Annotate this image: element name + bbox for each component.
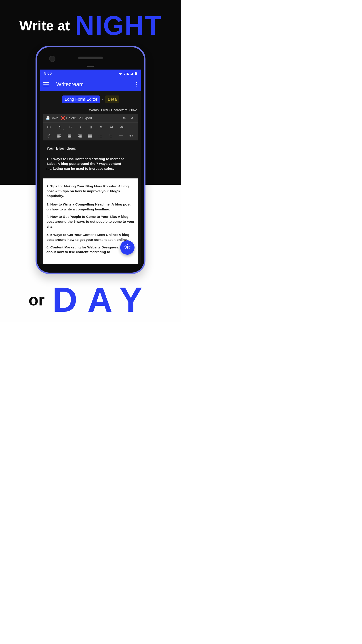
paragraph-format-dropdown[interactable]: ¶: [55, 123, 64, 131]
chip-beta: Beta: [105, 96, 119, 103]
idea-item: 4. How to Get People to Come to Your Sit…: [46, 214, 134, 229]
delete-icon: ❌: [61, 116, 65, 120]
link-button[interactable]: [45, 132, 53, 140]
doc-stats: Words: 1139 • Characters: 6062: [40, 108, 141, 114]
chip-row: Long Form Editor - Beta: [40, 96, 141, 103]
subscript-button[interactable]: A2: [117, 123, 126, 131]
chars-value: 6062: [129, 108, 137, 112]
align-right-button[interactable]: [75, 132, 84, 140]
marketing-headline-bottom: or DAY: [0, 280, 181, 320]
chip-long-form-editor[interactable]: Long Form Editor: [62, 96, 100, 103]
headline-bottom-white: or: [28, 291, 45, 309]
svg-rect-3: [100, 136, 102, 136]
export-button[interactable]: ↗ Export: [77, 115, 93, 121]
code-view-button[interactable]: [45, 123, 53, 131]
undo-button[interactable]: [120, 114, 128, 122]
italic-button[interactable]: I: [76, 123, 85, 131]
phone-top-hardware: [37, 47, 144, 70]
status-right: LTE: [119, 72, 137, 75]
save-icon: 💾: [45, 116, 50, 120]
chip-separator: -: [102, 97, 103, 102]
sensor-pill: [87, 64, 94, 67]
marketing-headline-top: Write at NIGHT: [0, 10, 181, 41]
editor-content: Long Form Editor - Beta Words: 1139 • Ch…: [40, 91, 141, 264]
app-title: Writecream: [56, 81, 135, 88]
ideas-title: Your Blog Ideas:: [46, 146, 134, 151]
export-label: Export: [82, 116, 92, 120]
app-bar: Writecream: [40, 78, 141, 91]
phone-bezel: 9:00 LTE Writecream: [37, 47, 144, 272]
redo-button[interactable]: [128, 114, 137, 122]
svg-point-0: [98, 134, 99, 135]
svg-rect-5: [100, 137, 102, 137]
lightbulb-icon: [124, 244, 131, 251]
words-label: Words:: [89, 108, 100, 112]
strikethrough-button[interactable]: S: [97, 123, 105, 131]
svg-point-2: [98, 136, 99, 136]
toolbar-row-format: ¶ B I U S A2 A2: [43, 122, 138, 132]
export-icon: ↗: [79, 116, 81, 120]
camera-dot: [49, 56, 55, 62]
svg-rect-6: [110, 134, 112, 135]
superscript-button[interactable]: A2: [107, 123, 116, 131]
idea-item: 1. 7 Ways to Use Content Marketing to In…: [46, 156, 134, 171]
svg-rect-12: [119, 136, 123, 136]
underline-button[interactable]: U: [87, 123, 95, 131]
chars-label: Characters:: [111, 108, 128, 112]
idea-item: 5. 5 Ways to Get Your Content Seen Onlin…: [46, 232, 134, 242]
align-justify-button[interactable]: [86, 132, 94, 140]
editor-toolbar: 💾 Save ❌ Delete ↗ Export: [43, 114, 138, 140]
phone-frame: 9:00 LTE Writecream: [35, 46, 145, 274]
headline-top-white: Write at: [19, 18, 70, 33]
align-left-button[interactable]: [55, 132, 63, 140]
signal-icon: [130, 72, 133, 75]
svg-rect-8: [110, 137, 112, 137]
network-label: LTE: [124, 72, 129, 75]
battery-icon: [135, 72, 137, 75]
horizontal-rule-button[interactable]: [117, 132, 125, 140]
delete-label: Delete: [66, 116, 76, 120]
svg-point-4: [98, 137, 99, 137]
headline-top-blue: NIGHT: [75, 10, 162, 40]
svg-rect-14: [127, 248, 128, 249]
headline-bottom-blue: DAY: [52, 280, 152, 319]
svg-rect-1: [100, 134, 102, 135]
save-label: Save: [51, 116, 58, 120]
wifi-icon: [119, 72, 122, 75]
toolbar-row-actions: 💾 Save ❌ Delete ↗ Export: [43, 114, 138, 122]
svg-rect-10: [109, 136, 109, 136]
words-value: 1139: [100, 108, 108, 112]
phone-screen: 9:00 LTE Writecream: [40, 70, 141, 264]
bold-button[interactable]: B: [66, 123, 75, 131]
editor-body-dark[interactable]: Your Blog Ideas: 1. 7 Ways to Use Conten…: [43, 140, 138, 179]
status-bar: 9:00 LTE: [40, 70, 141, 78]
delete-button[interactable]: ❌ Delete: [60, 115, 77, 121]
clear-formatting-button[interactable]: T✕: [127, 132, 135, 140]
ordered-list-button[interactable]: [106, 132, 115, 140]
theme-toggle-fab[interactable]: [120, 240, 134, 255]
svg-point-13: [126, 246, 128, 248]
idea-item: 2. Tips for Making Your Blog More Popula…: [46, 184, 134, 198]
svg-rect-11: [109, 137, 109, 137]
align-center-button[interactable]: [65, 132, 74, 140]
idea-item: 3. How to Write a Compelling Headline: A…: [46, 202, 134, 212]
speaker-grill: [78, 56, 103, 59]
status-time: 9:00: [44, 71, 52, 76]
svg-rect-9: [109, 134, 109, 135]
meta-sep: •: [109, 108, 110, 112]
save-button[interactable]: 💾 Save: [44, 115, 60, 121]
overflow-menu-icon[interactable]: [135, 81, 138, 88]
unordered-list-button[interactable]: [96, 132, 105, 140]
svg-rect-7: [110, 136, 112, 136]
toolbar-row-layout: T✕: [43, 132, 138, 140]
menu-icon[interactable]: [43, 82, 49, 86]
